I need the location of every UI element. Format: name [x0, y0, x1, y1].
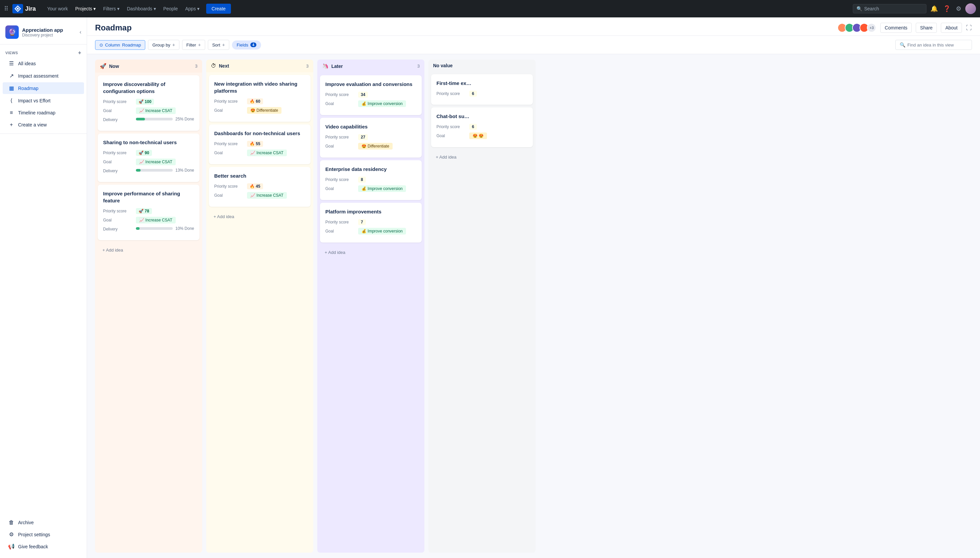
- sidebar-item-all-ideas[interactable]: ☰ All ideas: [3, 57, 84, 69]
- card-now-0[interactable]: Improve discoverability of configuration…: [98, 75, 199, 131]
- avatar[interactable]: [965, 3, 976, 14]
- card-title-no-value-0: First-time ex…: [436, 80, 528, 87]
- score-row-later-2: Priority score8: [326, 177, 416, 183]
- impact-assessment-icon: ↗: [8, 72, 15, 79]
- sidebar-item-create-view[interactable]: + Create a view: [3, 119, 84, 130]
- score-badge-later-2: 8: [358, 177, 366, 183]
- score-badge-now-1: 🚀 90: [136, 150, 152, 156]
- grid-icon[interactable]: ⠿: [4, 5, 8, 12]
- score-badge-next-1: 🔥 55: [247, 141, 263, 147]
- goal-label-now-2: Goal: [103, 218, 133, 222]
- goal-row-now-2: Goal📈 Increase CSAT: [103, 217, 194, 223]
- add-idea-later[interactable]: + Add idea: [320, 246, 422, 258]
- score-row-next-2: Priority score🔥 45: [214, 183, 305, 189]
- logo[interactable]: Jira: [12, 4, 36, 13]
- sidebar-item-feedback[interactable]: 📢 Give feedback: [3, 541, 84, 552]
- goal-badge-later-3: 💰 Improve conversion: [358, 228, 406, 235]
- add-idea-now[interactable]: + Add idea: [98, 244, 199, 256]
- score-label-next-2: Priority score: [214, 184, 244, 189]
- delivery-bar-bg-now-2: [136, 227, 173, 230]
- avatar-count: +3: [867, 23, 876, 33]
- sort-button[interactable]: Sort +: [208, 40, 229, 50]
- score-row-no-value-0: Priority score6: [436, 91, 528, 97]
- settings-sidebar-icon: ⚙: [8, 531, 15, 538]
- score-label-now-0: Priority score: [103, 99, 133, 104]
- score-row-next-0: Priority score🔥 60: [214, 98, 305, 104]
- help-icon[interactable]: ❓: [942, 4, 952, 14]
- goal-badge-now-2: 📈 Increase CSAT: [136, 217, 176, 223]
- card-later-1[interactable]: Video capabilitiesPriority score27Goal😍 …: [320, 118, 422, 158]
- goal-row-later-0: Goal💰 Improve conversion: [326, 100, 416, 107]
- goal-label-later-0: Goal: [326, 101, 355, 106]
- card-later-0[interactable]: Improve evaluation and conversionsPriori…: [320, 75, 422, 115]
- goal-row-next-2: Goal📈 Increase CSAT: [214, 192, 305, 199]
- card-next-2[interactable]: Better searchPriority score🔥 45Goal📈 Inc…: [209, 167, 311, 207]
- card-later-2[interactable]: Enterprise data residencyPriority score8…: [320, 160, 422, 200]
- goal-row-now-1: Goal📈 Increase CSAT: [103, 159, 194, 165]
- comments-button[interactable]: Comments: [880, 23, 912, 33]
- card-now-2[interactable]: Improve performance of sharing featurePr…: [98, 185, 199, 240]
- nav-dashboards[interactable]: Dashboards ▾: [123, 4, 159, 13]
- card-no-value-1[interactable]: Chat-bot su…Priority score6Goal😍 😍: [431, 107, 533, 147]
- card-now-1[interactable]: Sharing to non-technical usersPriority s…: [98, 133, 199, 182]
- add-idea-next[interactable]: + Add idea: [209, 211, 311, 222]
- column-header-later: 🦄Later3: [317, 59, 424, 72]
- card-next-0[interactable]: New integration with video sharing platf…: [209, 75, 311, 122]
- delivery-text-now-0: 25% Done: [175, 117, 194, 121]
- nav-filters[interactable]: Filters ▾: [100, 4, 123, 13]
- goal-row-next-0: Goal😍 Differentiate: [214, 107, 305, 114]
- goal-row-later-2: Goal💰 Improve conversion: [326, 185, 416, 192]
- add-idea-no-value[interactable]: + Add idea: [431, 151, 533, 163]
- collapse-icon[interactable]: ‹: [80, 29, 81, 35]
- delivery-row-now-0: 25% Done: [136, 117, 194, 121]
- score-badge-now-2: 🚀 78: [136, 208, 152, 214]
- column-title-next: Next: [219, 63, 304, 69]
- score-badge-no-value-1: 6: [469, 124, 477, 130]
- share-button[interactable]: Share: [916, 23, 937, 33]
- search-input[interactable]: [864, 6, 923, 11]
- toolbar-search[interactable]: 🔍: [895, 40, 972, 50]
- sidebar-item-settings[interactable]: ⚙ Project settings: [3, 528, 84, 540]
- notifications-icon[interactable]: 🔔: [929, 4, 939, 14]
- create-button[interactable]: Create: [206, 4, 231, 14]
- sidebar-item-impact-assessment[interactable]: ↗ Impact assessment: [3, 70, 84, 82]
- nav-search[interactable]: 🔍: [853, 4, 926, 13]
- nav-people[interactable]: People: [160, 4, 181, 13]
- sidebar-project: 🔮 Appreciation app Discovery project ‹: [0, 23, 87, 44]
- column-title-no-value: No value: [433, 63, 531, 68]
- cards-area-later: Improve evaluation and conversionsPriori…: [317, 72, 424, 553]
- sidebar-item-timeline[interactable]: ≡ Timeline roadmap: [3, 107, 84, 118]
- delivery-row-now-2: 10% Done: [136, 226, 194, 231]
- sidebar-item-impact-effort[interactable]: ⟨ Impact vs Effort: [3, 95, 84, 107]
- card-later-3[interactable]: Platform improvementsPriority score7Goal…: [320, 203, 422, 243]
- column-button[interactable]: ⊙ Column Roadmap: [95, 40, 145, 50]
- sidebar-item-archive[interactable]: 🗑 Archive: [3, 517, 84, 528]
- card-no-value-0[interactable]: First-time ex…Priority score6: [431, 74, 533, 105]
- nav-your-work[interactable]: Your work: [44, 4, 71, 13]
- card-next-1[interactable]: Dashboards for non-technical usersPriori…: [209, 125, 311, 164]
- content: Roadmap +3 Comments Share About ⛶ ⊙ Colu…: [87, 17, 980, 558]
- create-view-icon: +: [8, 122, 15, 128]
- sidebar-item-roadmap[interactable]: ▦ Roadmap: [3, 82, 84, 94]
- about-button[interactable]: About: [941, 23, 962, 33]
- score-row-no-value-1: Priority score6: [436, 124, 528, 130]
- delivery-label-now-1: Delivery: [103, 169, 133, 173]
- toolbar-search-input[interactable]: [908, 43, 968, 48]
- score-badge-later-3: 7: [358, 219, 366, 225]
- project-info: Appreciation app Discovery project: [22, 27, 76, 38]
- score-label-later-0: Priority score: [326, 92, 355, 97]
- nav-apps[interactable]: Apps ▾: [182, 4, 203, 13]
- column-next: ⏱Next3New integration with video sharing…: [206, 59, 313, 553]
- add-view-icon[interactable]: +: [78, 50, 81, 56]
- settings-icon[interactable]: ⚙: [955, 4, 963, 14]
- column-header-now: 🚀Now3: [95, 59, 202, 72]
- expand-button[interactable]: ⛶: [966, 25, 972, 31]
- filter-plus-icon: +: [198, 42, 201, 48]
- group-by-button[interactable]: Group by +: [148, 40, 179, 50]
- fields-button[interactable]: Fields 4: [232, 41, 261, 49]
- column-header-no-value: No value: [428, 59, 536, 72]
- filter-button[interactable]: Filter +: [182, 40, 205, 50]
- score-label-no-value-1: Priority score: [436, 125, 467, 129]
- board: 🚀Now3Improve discoverability of configur…: [87, 54, 980, 558]
- nav-projects[interactable]: Projects ▾: [72, 4, 99, 13]
